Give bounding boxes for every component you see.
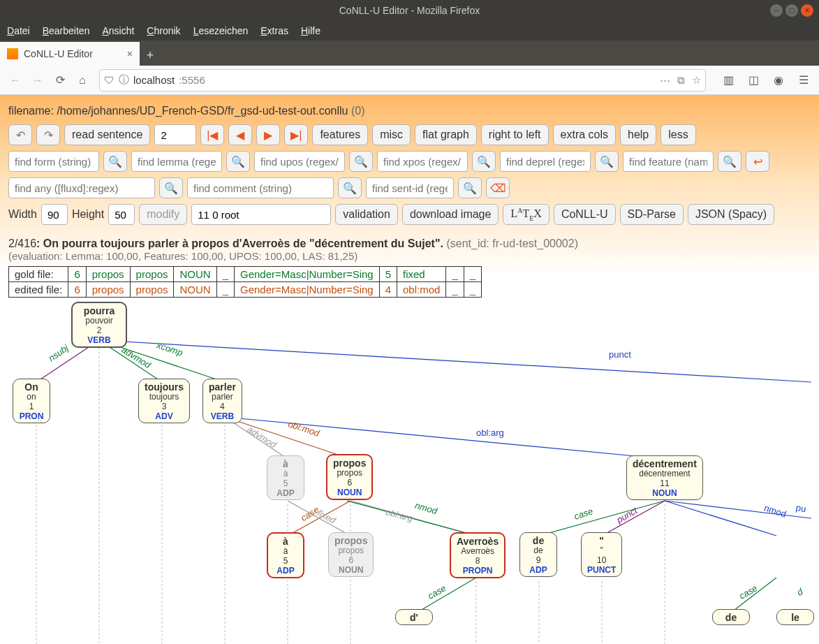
find-deprel-input[interactable] xyxy=(500,151,591,172)
download-image-button[interactable]: download image xyxy=(402,204,499,225)
undo-button[interactable]: ↶ xyxy=(8,124,32,145)
search-comment-icon[interactable]: 🔍 xyxy=(338,177,362,198)
node-pourra[interactable]: pourra pouvoir 2 VERB xyxy=(71,302,127,348)
extra-cols-button[interactable]: extra cols xyxy=(553,124,616,145)
tree-command-input[interactable] xyxy=(191,204,331,225)
dependency-tree: nsubj advmod xcomp punct advmod obl:mod … xyxy=(8,302,811,644)
hamburger-icon[interactable]: ☰ xyxy=(794,71,813,90)
sdparse-button[interactable]: SD-Parse xyxy=(620,204,684,225)
svg-line-21 xyxy=(539,501,665,536)
node-parler[interactable]: parler parler 4 VERB xyxy=(202,379,242,423)
redo-button[interactable]: ↷ xyxy=(36,124,60,145)
sentence-id: (sent_id: fr-ud-test_00002) xyxy=(446,237,578,249)
nav-forward-icon[interactable]: → xyxy=(28,71,47,90)
node-dprime[interactable]: d' xyxy=(395,609,433,625)
filename-suffix: (0) xyxy=(351,105,365,117)
sidebar-icon[interactable]: ◫ xyxy=(744,71,763,90)
menu-extras[interactable]: Extras xyxy=(260,25,288,36)
browser-toolbar: ← → ⟳ ⌂ 🛡 ⓘ localhost:5556 ⋯ ⧉ ☆ ▥ ◫ ◉ ☰ xyxy=(0,66,819,95)
clear-sentid-icon[interactable]: ⌫ xyxy=(486,177,510,198)
menu-file[interactable]: Datei xyxy=(7,25,30,36)
nav-last-button[interactable]: ▶| xyxy=(284,124,308,145)
search-any-icon[interactable]: 🔍 xyxy=(159,177,183,198)
node-decentrement[interactable]: décentrement décentrement 11 NOUN xyxy=(626,455,703,500)
help-button[interactable]: help xyxy=(620,124,656,145)
right-to-left-button[interactable]: right to left xyxy=(481,124,549,145)
tab-active[interactable]: CoNLL-U Editor × xyxy=(0,42,140,66)
nav-home-icon[interactable]: ⌂ xyxy=(73,71,92,90)
account-icon[interactable]: ◉ xyxy=(769,71,788,90)
window-close-icon[interactable]: × xyxy=(801,4,813,17)
read-sentence-button[interactable]: read sentence xyxy=(64,124,150,145)
search-deprel-icon[interactable]: 🔍 xyxy=(595,151,619,172)
less-button[interactable]: less xyxy=(661,124,695,145)
misc-button[interactable]: misc xyxy=(372,124,411,145)
svg-line-25 xyxy=(417,578,476,613)
node-propos-grey[interactable]: propos propos 6 NOUN xyxy=(328,532,374,577)
find-lemma-input[interactable] xyxy=(131,151,222,172)
width-input[interactable] xyxy=(41,204,68,225)
latex-button[interactable]: LATEX xyxy=(503,204,549,225)
tab-close-icon[interactable]: × xyxy=(127,48,133,59)
node-a-red[interactable]: à à 5 ADP xyxy=(267,532,304,578)
search-lemma-icon[interactable]: 🔍 xyxy=(226,151,250,172)
url-reader-icon[interactable]: ⧉ xyxy=(677,74,685,87)
menu-bookmarks[interactable]: Lesezeichen xyxy=(193,25,249,36)
find-any-input[interactable] xyxy=(8,177,155,198)
search-form-icon[interactable]: 🔍 xyxy=(103,151,127,172)
find-upos-input[interactable] xyxy=(254,151,345,172)
modify-button[interactable]: modify xyxy=(139,204,187,225)
url-more-icon[interactable]: ⋯ xyxy=(660,74,670,87)
json-spacy-button[interactable]: JSON (Spacy) xyxy=(688,204,774,225)
window-minimize-icon[interactable]: – xyxy=(770,4,783,17)
url-bar[interactable]: 🛡 ⓘ localhost:5556 ⋯ ⧉ ☆ xyxy=(99,69,706,92)
height-label: Height xyxy=(72,208,104,221)
search-sentid-icon[interactable]: 🔍 xyxy=(458,177,482,198)
nav-first-button[interactable]: |◀ xyxy=(200,124,224,145)
table-row-gold: gold file: 6 propos propos NOUN _ Gender… xyxy=(9,267,482,282)
shield-icon[interactable]: 🛡 xyxy=(104,74,115,86)
nav-back-icon[interactable]: ← xyxy=(6,71,25,90)
find-sentid-input[interactable] xyxy=(366,177,454,198)
nav-prev-button[interactable]: ◀ xyxy=(228,124,252,145)
find-xpos-input[interactable] xyxy=(377,151,468,172)
node-toujours[interactable]: toujours toujours 3 ADV xyxy=(138,379,190,423)
search-upos-icon[interactable]: 🔍 xyxy=(349,151,373,172)
validation-button[interactable]: validation xyxy=(335,204,398,225)
menu-edit[interactable]: Bearbeiten xyxy=(43,25,90,36)
search-xpos-icon[interactable]: 🔍 xyxy=(472,151,496,172)
nav-reload-icon[interactable]: ⟳ xyxy=(50,71,70,90)
edge-pu: pu xyxy=(795,502,807,514)
edited-label: edited file: xyxy=(9,282,68,298)
menu-view[interactable]: Ansicht xyxy=(102,25,134,36)
conllu-button[interactable]: CoNLL-U xyxy=(554,204,616,225)
find-feature-input[interactable] xyxy=(623,151,714,172)
flat-graph-button[interactable]: flat graph xyxy=(415,124,477,145)
comparison-table: gold file: 6 propos propos NOUN _ Gender… xyxy=(8,266,482,298)
features-button[interactable]: features xyxy=(312,124,368,145)
menu-history[interactable]: Chronik xyxy=(147,25,180,36)
window-maximize-icon[interactable]: □ xyxy=(785,4,798,17)
node-a-grey[interactable]: à à 5 ADP xyxy=(267,455,304,500)
height-input[interactable] xyxy=(108,204,135,225)
nav-next-button[interactable]: ▶ xyxy=(256,124,280,145)
node-de9[interactable]: de de 9 ADP xyxy=(519,532,557,577)
search-feature-icon[interactable]: 🔍 xyxy=(718,151,741,172)
reset-search-button[interactable]: ↩ xyxy=(746,151,769,172)
node-quote[interactable]: " " 10 PUNCT xyxy=(581,532,622,577)
eval-line: (evaluation: Lemma: 100,00, Features: 10… xyxy=(8,250,811,262)
find-comment-input[interactable] xyxy=(187,177,334,198)
node-averroes[interactable]: Averroès Averroès 8 PROPN xyxy=(450,532,506,578)
tab-title: CoNLL-U Editor xyxy=(24,48,93,59)
info-icon[interactable]: ⓘ xyxy=(119,73,129,87)
node-propos-red[interactable]: propos propos 6 NOUN xyxy=(326,454,373,500)
new-tab-button[interactable]: + xyxy=(140,45,161,66)
library-icon[interactable]: ▥ xyxy=(718,71,738,90)
node-de14[interactable]: de xyxy=(712,609,750,625)
find-form-input[interactable] xyxy=(8,151,99,172)
node-on[interactable]: On on 1 PRON xyxy=(13,379,50,423)
menu-help[interactable]: Hilfe xyxy=(301,25,320,36)
sentence-num-input[interactable] xyxy=(154,124,196,145)
url-star-icon[interactable]: ☆ xyxy=(692,74,701,87)
node-le[interactable]: le xyxy=(776,609,814,625)
